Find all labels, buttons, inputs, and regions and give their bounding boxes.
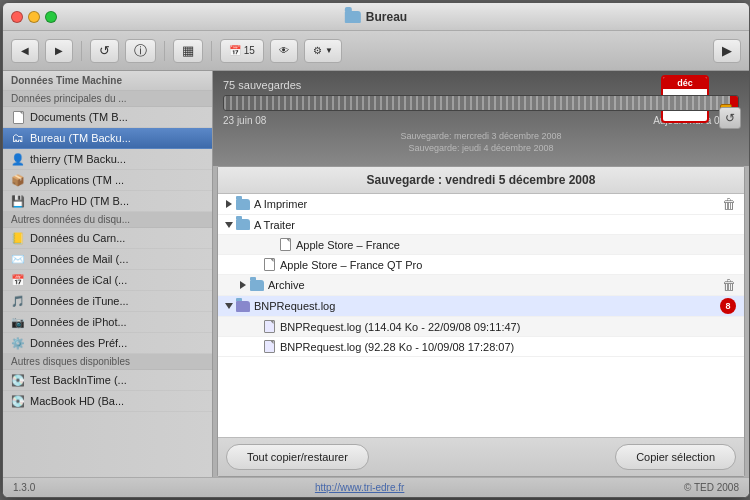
sidebar-item-mail[interactable]: ✉️ Données de Mail (... [3,249,212,270]
sidebar-subheader-disques: Autres disques disponibles [3,354,212,370]
file-label-bnprequest-1: BNPRequest.log (114.04 Ko - 22/09/08 09:… [280,321,520,333]
info-button[interactable]: ⓘ [125,39,156,63]
gear-dropdown-icon: ▼ [325,46,333,55]
file-row-bnprequest-2[interactable]: BNPRequest.log (92.28 Ko - 10/09/08 17:2… [218,337,744,357]
traffic-lights [11,11,57,23]
timeline-refresh-button[interactable]: ↺ [719,107,741,129]
maximize-button[interactable] [45,11,57,23]
sidebar-item-ical[interactable]: 📅 Données de iCal (... [3,270,212,291]
right-panel: 75 sauvegardes déc 5 23 juin 08 Aujourd'… [213,71,749,477]
sidebar-item-macbookhd[interactable]: 💽 MacBook HD (Ba... [3,391,212,412]
iphoto-icon: 📷 [11,315,25,329]
play-button[interactable]: ▶ [713,39,741,63]
toolbar-separator-2 [164,41,165,61]
titlebar: Bureau [3,3,749,31]
sidebar-subheader-other: Autres données du disqu... [3,212,212,228]
forward-icon: ▶ [55,45,63,56]
drive3-icon: 💽 [11,394,25,408]
file-label-archive: Archive [268,279,718,291]
timeline-start-label: 23 juin 08 [223,115,266,126]
gear-icon: ⚙ [313,45,322,56]
timeline-fill [224,96,738,110]
folder-special-icon: 🗂 [11,131,25,145]
forward-button[interactable]: ▶ [45,39,73,63]
file-row-bnprequest[interactable]: BNPRequest.log 8 [218,296,744,317]
folder-icon-aimprimer [236,197,250,211]
drive2-icon: 💽 [11,373,25,387]
sidebar-item-carnet[interactable]: 📒 Données du Carn... [3,228,212,249]
apps-icon: 📦 [11,173,25,187]
back-icon: ◀ [21,45,29,56]
toolbar-separator-1 [81,41,82,61]
addressbook-icon: 📒 [11,231,25,245]
folder-icon-archive [250,278,264,292]
sidebar-item-documents[interactable]: Documents (TM B... [3,107,212,128]
file-row-applestorepro[interactable]: Apple Store – France QT Pro [218,255,744,275]
version-label: 1.3.0 [13,482,35,493]
refresh-button[interactable]: ↺ [90,39,119,63]
sidebar-subheader-main: Données principales du ... [3,91,212,107]
file-row-applestore[interactable]: Apple Store – France [218,235,744,255]
close-button[interactable] [11,11,23,23]
timeline-info-2: Sauvegarde: jeudi 4 décembre 2008 [223,142,739,154]
sidebar-item-testbackintime[interactable]: 💽 Test BackInTime (... [3,370,212,391]
toolbar-separator-3 [211,41,212,61]
file-row-archive[interactable]: Archive 🗑 [218,275,744,296]
sidebar-item-applications[interactable]: 📦 Applications (TM ... [3,170,212,191]
sidebar: Données Time Machine Données principales… [3,71,213,477]
eye-icon: 👁 [279,45,289,56]
file-label-bnprequest-2: BNPRequest.log (92.28 Ko - 10/09/08 17:2… [280,341,514,353]
file-label-applestore: Apple Store – France [296,239,400,251]
collapse-icon-bnprequest[interactable] [225,303,233,309]
gear-button[interactable]: ⚙ ▼ [304,39,342,63]
ical-icon: 📅 [11,273,25,287]
website-link[interactable]: http://www.tri-edre.fr [315,482,404,493]
doc-icon-bnprequest-2 [262,340,276,354]
sidebar-item-thierry[interactable]: 👤 thierry (TM Backu... [3,149,212,170]
sidebar-item-itunes[interactable]: 🎵 Données de iTune... [3,291,212,312]
back-button[interactable]: ◀ [11,39,39,63]
timeline-slider[interactable] [223,95,739,111]
date-icon: 📅 15 [229,45,255,56]
sidebar-item-bureau[interactable]: 🗂 Bureau (TM Backu... [3,128,212,149]
minimize-button[interactable] [28,11,40,23]
collapse-icon-archive[interactable] [240,281,246,289]
file-panel-header: Sauvegarde : vendredi 5 décembre 2008 [218,167,744,194]
file-label-aimprimer: A Imprimer [254,198,718,210]
itunes-icon: 🎵 [11,294,25,308]
badge-bnprequest: 8 [720,298,736,314]
sidebar-item-macprohd[interactable]: 💾 MacPro HD (TM B... [3,191,212,212]
sidebar-item-prefs[interactable]: ⚙️ Données des Préf... [3,333,212,354]
calendar-month: déc [663,77,707,89]
file-panel: Sauvegarde : vendredi 5 décembre 2008 A … [217,166,745,477]
sidebar-section-timemachine: Données Time Machine [3,71,212,91]
collapse-icon-aimprimer[interactable] [226,200,232,208]
file-label-applestorepro: Apple Store – France QT Pro [280,259,422,271]
folder-icon-bnprequest [236,299,250,313]
copyright-label: © TED 2008 [684,482,739,493]
mail-icon: ✉️ [11,252,25,266]
folder-icon [345,11,361,23]
sidebar-item-iphoto[interactable]: 📷 Données de iPhot... [3,312,212,333]
statusbar: 1.3.0 http://www.tri-edre.fr © TED 2008 [3,477,749,497]
file-row-bnprequest-1[interactable]: BNPRequest.log (114.04 Ko - 22/09/08 09:… [218,317,744,337]
user-icon: 👤 [11,152,25,166]
view-button[interactable]: ▦ [173,39,203,63]
save-count: 75 sauvegardes [223,79,301,91]
file-row-atraiter[interactable]: A Traiter [218,215,744,235]
file-label-atraiter: A Traiter [254,219,295,231]
prefs-icon: ⚙️ [11,336,25,350]
date-button[interactable]: 📅 15 [220,39,264,63]
doc-icon-bnprequest-1 [262,320,276,334]
collapse-icon-atraiter[interactable] [225,222,233,228]
file-row-aimprimer[interactable]: A Imprimer 🗑 [218,194,744,215]
doc-icon [11,110,25,124]
doc-icon-applestorepro [262,258,276,272]
copy-selection-button[interactable]: Copier sélection [615,444,736,470]
eye-button[interactable]: 👁 [270,39,298,63]
bottom-bar: Tout copier/restaurer Copier sélection [218,437,744,476]
drive-icon: 💾 [11,194,25,208]
copy-all-button[interactable]: Tout copier/restaurer [226,444,369,470]
toolbar: ◀ ▶ ↺ ⓘ ▦ 📅 15 👁 ⚙ ▼ ▶ [3,31,749,71]
window-title: Bureau [345,10,407,24]
